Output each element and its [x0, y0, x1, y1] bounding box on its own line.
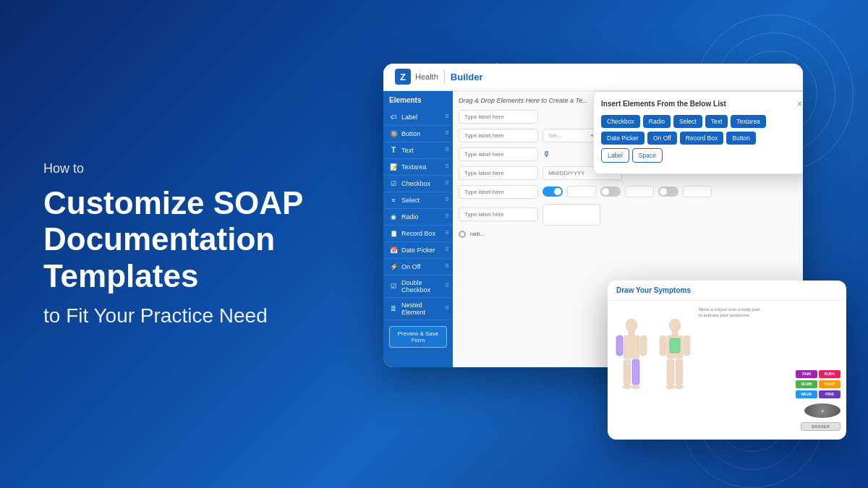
label-input-2[interactable]	[459, 129, 538, 142]
radio-button[interactable]	[459, 231, 466, 238]
drag-handle: ⠿	[445, 180, 449, 187]
drag-handle: ⠿	[445, 230, 449, 236]
sidebar-item-double-checkbox[interactable]: ☑ Double Checkbox ⠿	[383, 275, 453, 298]
popup-label-btn[interactable]: Label	[601, 148, 629, 163]
sidebar-item-textarea[interactable]: 📝 Textarea ⠿	[383, 159, 453, 176]
popup-checkbox-btn[interactable]: Checkbox	[601, 115, 640, 128]
preview-save-button[interactable]: Preview & Save Form	[389, 326, 447, 348]
svg-rect-6	[632, 359, 639, 385]
sidebar-item-select[interactable]: ≡ Select ⠿	[383, 192, 453, 209]
label-icon: 🏷	[389, 113, 398, 121]
popup-select-btn[interactable]: Select	[673, 115, 702, 128]
sidebar-item-text[interactable]: T Text ⠿	[383, 142, 453, 159]
instructions-text: Move a crayon onto a body part to indica…	[699, 307, 764, 319]
crayon-pins[interactable]: PINS	[819, 390, 841, 398]
sidebar-item-nested-text: Nested Element	[401, 301, 447, 316]
eraser[interactable]: ERASER	[801, 422, 841, 431]
toggle-1[interactable]	[542, 187, 563, 197]
sidebar-item-on-off[interactable]: ⚡ On Off ⠿	[383, 259, 453, 275]
svg-rect-5	[624, 359, 631, 385]
symptoms-screenshot: Draw Your Symptoms	[608, 281, 846, 440]
popup-row-1: Checkbox Radio Select Text Textarea	[601, 115, 802, 128]
sidebar-item-date-picker[interactable]: 📅 Date Picker ⠿	[383, 242, 453, 259]
sidebar-item-nested[interactable]: ≣ Nested Element ⠿	[383, 298, 453, 320]
label-input-4[interactable]	[459, 166, 538, 180]
label-input-5[interactable]	[459, 185, 538, 199]
drag-handle: ⠿	[445, 130, 449, 137]
sidebar-item-label[interactable]: 🏷 Label ⠿	[383, 109, 453, 126]
svg-rect-14	[684, 335, 690, 356]
popup-onoff-btn[interactable]: On Off	[647, 132, 677, 145]
crayon-numb[interactable]: NUMB	[796, 380, 817, 388]
sidebar-item-checkbox[interactable]: ☑ Checkbox ⠿	[383, 176, 453, 192]
sidebar-item-radio[interactable]: ◉ Radio ⠿	[383, 209, 453, 226]
popup-close-button[interactable]: ×	[797, 99, 802, 109]
sidebar-item-text-text: Text	[401, 147, 414, 154]
crayons-area: PAIN BURN NUMB TIGHT WEAK PINS ●	[699, 370, 841, 431]
left-content: How to Customize SOAP Documentation Temp…	[43, 160, 347, 328]
sidebar-item-checkbox-text: Checkbox	[401, 180, 430, 187]
toggle-3[interactable]	[658, 187, 678, 197]
label-input-3[interactable]	[459, 147, 538, 161]
drag-handle: ⠿	[445, 283, 449, 289]
sidebar-item-select-text: Select	[401, 197, 420, 204]
crayon-row-2: NUMB TIGHT	[796, 380, 841, 388]
body-figure-back	[657, 318, 693, 419]
popup-space-btn[interactable]: Space	[632, 148, 663, 163]
svg-rect-2	[624, 335, 639, 359]
popup-textarea-btn[interactable]: Textarea	[731, 115, 766, 128]
popup-recordbox-btn[interactable]: Record Box	[680, 132, 723, 145]
svg-rect-15	[667, 359, 674, 385]
select-placeholder-2[interactable]: Sel... ▼	[542, 129, 600, 142]
svg-point-7	[623, 385, 631, 389]
svg-rect-4	[640, 335, 647, 356]
radio-icon: ◉	[389, 213, 398, 221]
popup-row-3: Label Space	[601, 148, 802, 163]
drag-handle: ⠿	[445, 213, 449, 220]
sidebar-item-button-text: Button	[401, 130, 420, 137]
crayon-tight[interactable]: TIGHT	[819, 380, 841, 388]
main-title: Customize SOAP Documentation Templates	[43, 184, 347, 294]
main-title-line1: Customize SOAP	[43, 184, 303, 220]
logo-health: Health	[415, 72, 438, 81]
drag-handle: ⠿	[445, 163, 449, 170]
header-divider	[444, 70, 445, 83]
svg-point-18	[675, 385, 684, 389]
elements-sidebar: Elements 🏷 Label ⠿ 🔘 Button ⠿ T Text ⠿	[383, 91, 453, 367]
symptoms-title: Draw Your Symptoms	[608, 281, 846, 301]
sidebar-item-radio-text: Radio	[401, 213, 419, 221]
mic-icon[interactable]: 🎙	[542, 150, 550, 158]
sidebar-item-record-box[interactable]: 📋 Record Box ⠿	[383, 226, 453, 242]
symptoms-body: Move a crayon onto a body part to indica…	[608, 301, 846, 437]
label-input-1[interactable]	[459, 110, 538, 124]
svg-rect-13	[660, 335, 666, 356]
svg-rect-16	[676, 359, 683, 385]
sidebar-title: Elements	[383, 91, 453, 109]
sidebar-item-button[interactable]: 🔘 Button ⠿	[383, 126, 453, 142]
popup-button-btn[interactable]: Button	[726, 132, 756, 145]
toggle-2[interactable]	[600, 187, 621, 197]
svg-point-9	[669, 319, 681, 332]
how-to-label: How to	[43, 160, 347, 176]
svg-rect-1	[629, 331, 634, 335]
sidebar-item-label-text: Label	[401, 114, 417, 121]
sidebar-item-double-checkbox-text: Double Checkbox	[401, 279, 447, 294]
crayon-pain[interactable]: PAIN	[796, 370, 817, 378]
text-icon: T	[389, 146, 398, 155]
spacer-3	[683, 186, 712, 197]
drag-handle: ⠿	[445, 247, 449, 253]
drag-handle: ⠿	[445, 305, 449, 312]
area-placeholder	[542, 204, 600, 226]
popup-datepicker-btn[interactable]: Date Picker	[601, 132, 644, 145]
popup-radio-btn[interactable]: Radio	[643, 115, 671, 128]
drag-handle: ⠿	[445, 114, 449, 120]
crayon-weak[interactable]: WEAK	[796, 390, 817, 398]
popup-row-2: Date Picker On Off Record Box Button	[601, 132, 802, 145]
popup-text-btn[interactable]: Text	[705, 115, 728, 128]
label-input-6[interactable]	[459, 207, 538, 221]
svg-rect-12	[670, 338, 680, 353]
sidebar-item-textarea-text: Textarea	[401, 163, 427, 171]
crayon-burn[interactable]: BURN	[819, 370, 841, 378]
on-off-icon: ⚡	[389, 262, 398, 271]
svg-point-17	[666, 385, 675, 389]
